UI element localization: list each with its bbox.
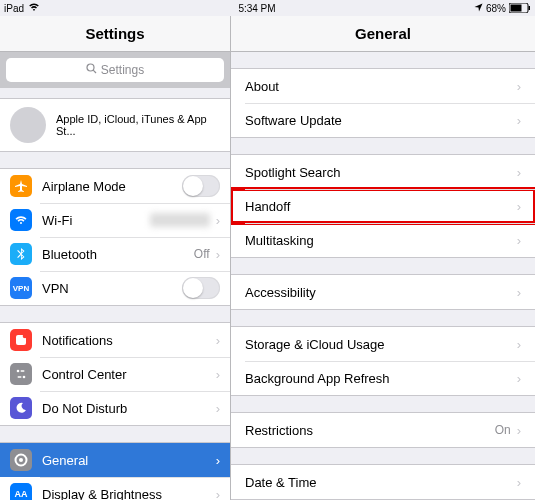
battery-pct: 68%	[486, 3, 506, 14]
battery-icon	[509, 3, 531, 13]
storage-label: Storage & iCloud Usage	[245, 337, 517, 352]
chevron-right-icon: ›	[216, 453, 220, 468]
accessibility-row[interactable]: Accessibility›	[231, 275, 535, 309]
chevron-right-icon: ›	[216, 401, 220, 416]
apple-id-label: Apple ID, iCloud, iTunes & App St...	[56, 113, 220, 137]
svg-rect-1	[511, 5, 522, 12]
background-refresh-row[interactable]: Background App Refresh›	[231, 361, 535, 395]
chevron-right-icon: ›	[216, 367, 220, 382]
chevron-right-icon: ›	[517, 423, 521, 438]
about-row[interactable]: About›	[231, 69, 535, 103]
svg-point-12	[19, 458, 23, 462]
chevron-right-icon: ›	[517, 79, 521, 94]
clock: 5:34 PM	[238, 3, 275, 14]
restrictions-label: Restrictions	[245, 423, 495, 438]
search-wrap: Settings	[0, 52, 230, 88]
accessibility-label: Accessibility	[245, 285, 517, 300]
status-bar: iPad 5:34 PM 68%	[0, 0, 535, 16]
search-input[interactable]: Settings	[6, 58, 224, 82]
wifi-icon	[28, 2, 40, 14]
general-row[interactable]: General ›	[0, 443, 230, 477]
display-label: Display & Brightness	[42, 487, 216, 501]
chevron-right-icon: ›	[517, 371, 521, 386]
background-refresh-label: Background App Refresh	[245, 371, 517, 386]
software-update-label: Software Update	[245, 113, 517, 128]
restrictions-value: On	[495, 423, 511, 437]
control-center-row[interactable]: Control Center ›	[0, 357, 230, 391]
chevron-right-icon: ›	[216, 333, 220, 348]
notifications-label: Notifications	[42, 333, 216, 348]
detail-title: General	[231, 16, 535, 52]
multitasking-label: Multitasking	[245, 233, 517, 248]
settings-sidebar: Settings Settings Apple ID, iCloud, iTun…	[0, 16, 231, 500]
svg-rect-2	[529, 6, 531, 10]
chevron-right-icon: ›	[517, 199, 521, 214]
location-icon	[474, 3, 483, 14]
spotlight-label: Spotlight Search	[245, 165, 517, 180]
svg-rect-10	[18, 376, 22, 377]
vpn-switch[interactable]	[182, 277, 220, 299]
detail-pane: General About› Software Update› Spotligh…	[231, 16, 535, 500]
handoff-row[interactable]: Handoff›	[231, 189, 535, 223]
bluetooth-icon	[10, 243, 32, 265]
chevron-right-icon: ›	[517, 113, 521, 128]
wifi-settings-icon	[10, 209, 32, 231]
svg-line-4	[93, 70, 96, 73]
vpn-label: VPN	[42, 281, 182, 296]
vpn-row[interactable]: VPN VPN	[0, 271, 230, 305]
bluetooth-label: Bluetooth	[42, 247, 194, 262]
airplane-row[interactable]: Airplane Mode	[0, 169, 230, 203]
wifi-value-redacted	[150, 213, 210, 227]
chevron-right-icon: ›	[216, 213, 220, 228]
sidebar-title: Settings	[0, 16, 230, 52]
wifi-label: Wi-Fi	[42, 213, 150, 228]
wifi-row[interactable]: Wi-Fi ›	[0, 203, 230, 237]
restrictions-row[interactable]: RestrictionsOn›	[231, 413, 535, 447]
date-time-row[interactable]: Date & Time›	[231, 465, 535, 499]
chevron-right-icon: ›	[517, 165, 521, 180]
dnd-label: Do Not Disturb	[42, 401, 216, 416]
multitasking-row[interactable]: Multitasking›	[231, 223, 535, 257]
handoff-label: Handoff	[245, 199, 517, 214]
apple-id-row[interactable]: Apple ID, iCloud, iTunes & App St...	[0, 99, 230, 151]
airplane-icon	[10, 175, 32, 197]
svg-point-7	[17, 370, 20, 373]
device-label: iPad	[4, 3, 24, 14]
bluetooth-row[interactable]: Bluetooth Off ›	[0, 237, 230, 271]
airplane-switch[interactable]	[182, 175, 220, 197]
search-placeholder: Settings	[101, 63, 144, 77]
chevron-right-icon: ›	[517, 475, 521, 490]
chevron-right-icon: ›	[517, 337, 521, 352]
software-update-row[interactable]: Software Update›	[231, 103, 535, 137]
chevron-right-icon: ›	[216, 247, 220, 262]
chevron-right-icon: ›	[517, 285, 521, 300]
display-icon: AA	[10, 483, 32, 500]
about-label: About	[245, 79, 517, 94]
dnd-row[interactable]: Do Not Disturb ›	[0, 391, 230, 425]
svg-point-9	[23, 376, 26, 379]
moon-icon	[10, 397, 32, 419]
search-icon	[86, 63, 97, 77]
svg-point-3	[87, 64, 94, 71]
general-label: General	[42, 453, 216, 468]
vpn-icon: VPN	[10, 277, 32, 299]
chevron-right-icon: ›	[216, 487, 220, 501]
notifications-row[interactable]: Notifications ›	[0, 323, 230, 357]
bluetooth-value: Off	[194, 247, 210, 261]
spotlight-row[interactable]: Spotlight Search›	[231, 155, 535, 189]
airplane-label: Airplane Mode	[42, 179, 182, 194]
avatar	[10, 107, 46, 143]
date-time-label: Date & Time	[245, 475, 517, 490]
notifications-icon	[10, 329, 32, 351]
svg-point-6	[23, 334, 28, 339]
chevron-right-icon: ›	[517, 233, 521, 248]
storage-row[interactable]: Storage & iCloud Usage›	[231, 327, 535, 361]
display-row[interactable]: AA Display & Brightness ›	[0, 477, 230, 500]
gear-icon	[10, 449, 32, 471]
control-center-label: Control Center	[42, 367, 216, 382]
svg-rect-8	[21, 370, 25, 371]
control-center-icon	[10, 363, 32, 385]
